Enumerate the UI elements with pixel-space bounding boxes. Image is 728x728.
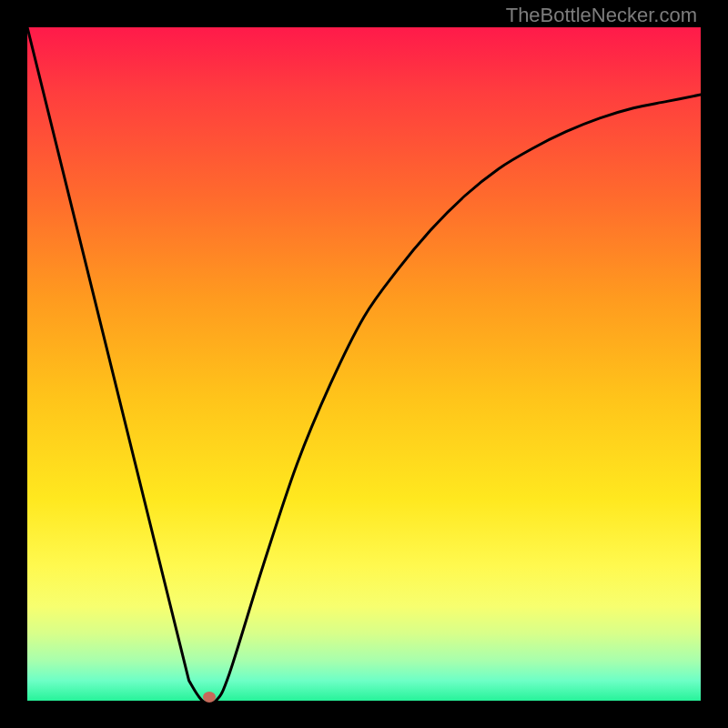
plot-area bbox=[27, 27, 701, 701]
frame-border-left bbox=[0, 0, 27, 728]
frame-border-top bbox=[0, 0, 728, 27]
frame-border-right bbox=[701, 0, 728, 728]
frame-border-bottom bbox=[0, 701, 728, 728]
chart-frame: TheBottleNecker.com bbox=[0, 0, 728, 728]
